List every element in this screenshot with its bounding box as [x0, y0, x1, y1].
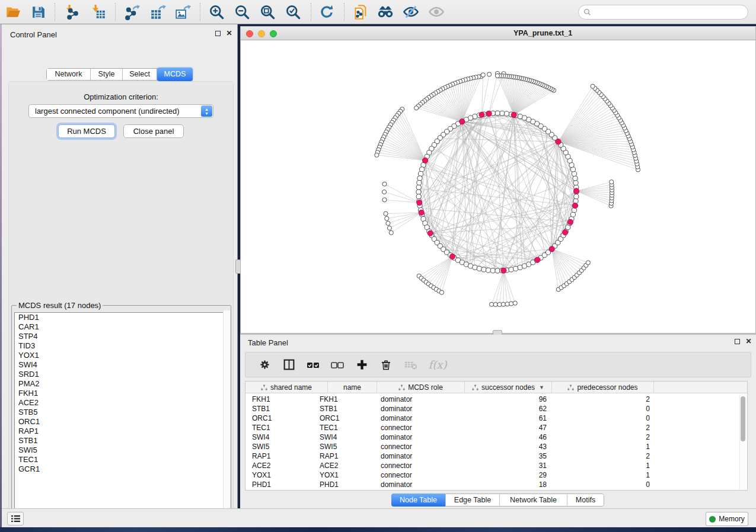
close-panel-icon[interactable]: ✕ [225, 30, 233, 37]
tab-node-table[interactable]: Node Table [391, 493, 446, 507]
deselect-all-icon[interactable] [330, 358, 344, 372]
global-search[interactable] [578, 5, 748, 20]
zoom-out-icon[interactable] [232, 3, 251, 21]
table-row[interactable]: STB1 STB1 dominator 62 0 [245, 404, 747, 414]
search-network-icon[interactable] [376, 3, 395, 21]
table-toolbar: f(x) [245, 352, 751, 377]
export-table-icon[interactable] [148, 3, 167, 21]
clone-network-icon[interactable] [351, 3, 370, 21]
run-mcds-button[interactable]: Run MCDS [58, 124, 115, 138]
mcds-result-item[interactable]: CAR1 [15, 322, 228, 332]
save-session-icon[interactable] [28, 3, 47, 21]
hide-annotations-icon[interactable] [401, 3, 420, 21]
list-icon [11, 515, 20, 523]
mcds-result-item[interactable]: TID3 [15, 341, 228, 351]
mcds-result-item[interactable]: ORC1 [15, 417, 228, 427]
table-row[interactable]: ACE2 ACE2 connector 31 1 [245, 461, 747, 470]
table-row[interactable]: SWI4 SWI4 dominator 46 2 [245, 432, 747, 442]
column-header-predecessor-nodes[interactable]: predecessor nodes [552, 382, 654, 393]
import-network-icon[interactable] [63, 3, 82, 21]
export-network-icon[interactable] [122, 3, 141, 21]
network-view-window: YPA_prune.txt_1 [240, 26, 756, 334]
table-row[interactable]: SWI5 SWI5 connector 43 1 [245, 442, 747, 451]
table-scrollbar-thumb[interactable] [741, 396, 745, 441]
mcds-list-scrollbar[interactable] [223, 310, 230, 518]
tab-network-table[interactable]: Network Table [500, 494, 567, 506]
window-zoom-icon[interactable] [270, 30, 277, 37]
export-image-icon[interactable] [173, 3, 192, 21]
dropdown-stepper-icon: ▲▼ [201, 105, 212, 117]
mcds-result-item[interactable]: GCR1 [15, 464, 228, 474]
column-type-icon [261, 384, 267, 391]
task-history-button[interactable] [7, 512, 24, 525]
memory-button[interactable]: Memory [706, 512, 748, 526]
select-all-icon[interactable] [306, 358, 320, 372]
mcds-result-item[interactable]: TEC1 [15, 455, 228, 464]
mcds-result-item[interactable]: RAP1 [15, 427, 228, 436]
mcds-result-item[interactable]: SWI4 [15, 360, 228, 370]
memory-status-icon [709, 516, 716, 523]
control-panel: Control Panel ✕ Network Style Select MCD… [2, 24, 238, 508]
mcds-result-item[interactable]: SRD1 [15, 370, 228, 379]
column-header-successor-nodes[interactable]: successor nodes ▼ [465, 382, 552, 393]
show-columns-icon[interactable] [282, 358, 296, 372]
criterion-dropdown[interactable]: largest connected component (undirected)… [28, 104, 213, 118]
float-panel-icon[interactable] [214, 30, 222, 38]
table-scrollbar[interactable] [739, 395, 746, 489]
tab-motifs[interactable]: Motifs [567, 494, 604, 506]
mcds-result-item[interactable]: SWI5 [15, 446, 228, 455]
mcds-result-item[interactable]: PHD1 [15, 313, 228, 322]
tab-select[interactable]: Select [123, 69, 157, 80]
table-close-panel-icon[interactable]: ✕ [745, 338, 752, 345]
window-minimize-icon[interactable] [258, 30, 265, 37]
column-header-name[interactable]: name [328, 382, 377, 393]
tab-style[interactable]: Style [91, 69, 123, 80]
table-row[interactable]: FKH1 FKH1 dominator 96 2 [245, 395, 747, 404]
search-icon [583, 8, 591, 16]
mcds-result-item[interactable]: PMA2 [15, 379, 228, 389]
table-row[interactable]: ORC1 ORC1 dominator 61 0 [245, 414, 747, 423]
mcds-result-item[interactable]: ACE2 [15, 398, 228, 408]
zoom-selected-icon[interactable] [283, 3, 302, 21]
window-close-icon[interactable] [246, 30, 253, 37]
delete-table-icon [403, 358, 417, 372]
zoom-in-icon[interactable] [207, 3, 226, 21]
optimization-criterion-label: Optimization criterion: [9, 92, 233, 101]
column-header-mcds-role[interactable]: MCDS role [377, 382, 465, 393]
table-row[interactable]: TEC1 TEC1 connector 47 2 [245, 423, 747, 432]
tab-edge-table[interactable]: Edge Table [446, 494, 500, 506]
mcds-result-item[interactable]: STB5 [15, 408, 228, 417]
table-row[interactable]: RAP1 RAP1 dominator 35 2 [245, 451, 747, 461]
mcds-result-list: PHD1CAR1STP4TID3YOX1SWI4SRD1PMA2FKH1ACE2… [14, 312, 228, 521]
tab-mcds[interactable]: MCDS [157, 68, 193, 81]
mcds-result-item[interactable]: STP4 [15, 332, 228, 341]
table-row[interactable]: PHD1 PHD1 dominator 18 0 [245, 480, 747, 489]
control-panel-tabs: Network Style Select MCDS [46, 68, 193, 81]
refresh-layout-icon[interactable] [317, 3, 336, 21]
table-settings-gear-icon[interactable] [257, 358, 272, 372]
column-header-shared-name[interactable]: shared name [245, 382, 328, 393]
open-file-icon[interactable] [4, 3, 23, 21]
close-panel-button[interactable]: Close panel [123, 124, 184, 138]
delete-row-icon[interactable] [379, 358, 393, 372]
table-row[interactable]: YOX1 YOX1 connector 29 1 [245, 470, 747, 480]
network-canvas[interactable] [241, 40, 755, 333]
zoom-fit-icon[interactable] [258, 3, 277, 21]
mcds-tab-content: Optimization criterion: largest connecte… [8, 81, 234, 527]
status-bar: Memory [2, 508, 756, 527]
node-table: shared name name MCDS role successor nod… [245, 381, 748, 491]
table-panel-title: Table Panel [248, 338, 288, 347]
control-panel-title: Control Panel [10, 30, 57, 39]
mcds-result-item[interactable]: FKH1 [15, 389, 228, 398]
column-type-icon [472, 384, 479, 391]
network-window-titlebar[interactable]: YPA_prune.txt_1 [241, 27, 755, 40]
tab-network[interactable]: Network [47, 69, 91, 80]
table-float-panel-icon[interactable] [733, 338, 741, 346]
add-row-icon[interactable] [355, 358, 369, 372]
table-header: shared name name MCDS role successor nod… [245, 382, 747, 393]
import-table-icon[interactable] [89, 3, 108, 21]
search-input[interactable] [594, 8, 748, 17]
mcds-result-item[interactable]: STB1 [15, 436, 228, 446]
sort-desc-icon: ▼ [539, 384, 544, 390]
mcds-result-item[interactable]: YOX1 [15, 351, 228, 360]
